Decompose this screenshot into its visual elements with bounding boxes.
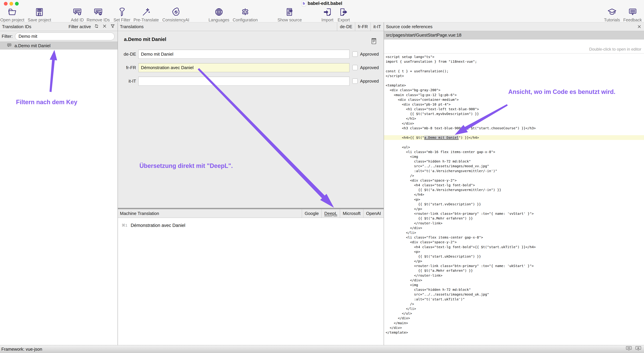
code-line: </script>: [384, 74, 644, 78]
translation-row-de: de-DE Approved: [118, 50, 384, 59]
provider-tabs: GoogleDeepLMicrosoftOpenAI: [302, 209, 384, 218]
code-line: <img: [384, 154, 644, 159]
translation-input-it[interactable]: [138, 77, 350, 86]
code-line: </p>: [384, 206, 644, 211]
machine-translation-content: ⌘1 Démonstration avec Daniel: [118, 218, 384, 345]
refresh-icon[interactable]: [94, 24, 99, 30]
toolbar-save-project[interactable]: Save project: [18, 7, 61, 23]
toolbar-show-source[interactable]: Show source: [268, 7, 312, 23]
code-line: :alt="t('a.Versicherungsvermittler/-in')…: [384, 169, 644, 173]
code-line: {{ $t("a.Versicherungsvermittler/-in") }…: [384, 187, 644, 192]
code-line: </div>: [384, 226, 644, 230]
code-line: src="../../assets/images/mood_vv.jpg": [384, 164, 644, 168]
lang-label-it: it-IT: [118, 77, 136, 86]
document-eye-icon: [285, 7, 294, 17]
suggestion-text: Démonstration avec Daniel: [131, 222, 185, 229]
tab-it-it[interactable]: it-IT: [370, 23, 384, 31]
code-line: </div>: [384, 278, 644, 282]
annotation-filter-note: Filtern nach dem Key: [16, 99, 77, 106]
code-line: />: [384, 301, 644, 306]
code-line: </h4>: [384, 192, 644, 197]
code-line: <h4>{{ $t("a.Demo mit Daniel") }}</h4>: [384, 135, 644, 140]
tab-deepl[interactable]: DeepL: [322, 209, 340, 218]
comment-bubble-icon: [6, 43, 12, 49]
code-line: </h1>: [384, 116, 644, 121]
code-line: {{ $t("start.vvDescription") }}: [384, 202, 644, 206]
translations-header: Translations de-DEfr-FRit-IT: [118, 23, 384, 31]
clear-filter-icon[interactable]: [102, 24, 107, 30]
close-panel-icon[interactable]: [637, 24, 644, 29]
gear-icon: [240, 7, 250, 17]
filter-row: Filter:: [0, 31, 118, 42]
globe-icon: [214, 7, 224, 17]
code-line: </div>: [384, 316, 644, 320]
machine-translation-splitter[interactable]: [118, 208, 384, 209]
code-line: <p>: [384, 249, 644, 254]
code-line: [384, 140, 644, 145]
translation-ids-header: Translation IDs Filter active: [0, 23, 118, 31]
code-line: <p>: [384, 197, 644, 202]
toolbar-export[interactable]: Export: [322, 7, 366, 23]
entry-title: a.Demo mit Daniel: [124, 37, 166, 42]
code-line: <h4 class="text-lg font-bold">: [384, 183, 644, 187]
code-line: <template>: [384, 83, 644, 88]
tab-de-de[interactable]: de-DE: [337, 23, 355, 31]
code-line: <h1 class="text-left text-blue-900">: [384, 107, 644, 111]
code-line: {{ $t("a.Mehr erfahren") }}: [384, 268, 644, 273]
code-line: {{ $t("a.Mehr erfahren") }}: [384, 216, 644, 221]
code-line: <div class="container-medium">: [384, 97, 644, 102]
code-line: [384, 78, 644, 83]
code-line: />: [384, 173, 644, 178]
code-line: <div class="pb-10 pt-4">: [384, 102, 644, 107]
comment-note-icon[interactable]: [371, 38, 376, 45]
translation-memory-bubble-icon[interactable]: [626, 345, 632, 353]
code-line: <li class="flex items-center gap-x-8">: [384, 235, 644, 240]
tab-google[interactable]: Google: [302, 209, 322, 218]
approved-checkbox-de[interactable]: [352, 52, 358, 57]
machine-translation-suggestion[interactable]: ⌘1 Démonstration avec Daniel: [118, 222, 384, 229]
translation-row-fr: fr-FR Approved: [118, 63, 384, 72]
approved-label-it: Approved: [360, 77, 379, 86]
approved-label-de: Approved: [360, 50, 379, 59]
tab-microsoft[interactable]: Microsoft: [340, 209, 363, 218]
toolbar-configuration[interactable]: Configuration: [223, 7, 267, 23]
translation-ids-title: Translation IDs: [2, 24, 31, 29]
approved-label-fr: Approved: [360, 63, 379, 72]
lang-label-fr: fr-FR: [118, 63, 136, 72]
filter-input[interactable]: [15, 33, 114, 40]
filter-funnel-icon[interactable]: [110, 24, 115, 30]
code-line: <router-link class="btn-primary" :to="{ …: [384, 263, 644, 268]
code-line: class="hidden h-72 md:block": [384, 287, 644, 292]
lang-label-de: de-DE: [118, 50, 136, 59]
status-bar: Framework: vue-json: [0, 345, 644, 353]
export-icon: [339, 7, 348, 17]
translation-input-fr[interactable]: [138, 63, 350, 72]
code-line: <div class="space-y-2">: [384, 240, 644, 244]
code-line: </ul>: [384, 311, 644, 316]
editor-hint: Double-click to open in editor: [384, 40, 644, 54]
approved-checkbox-fr[interactable]: [352, 65, 358, 70]
code-line: <li class="mb-16 flex items-center gap-x…: [384, 150, 644, 154]
source-code-panel: Source code references src/pages/start/G…: [384, 23, 644, 345]
highlighted-translation-key: a.Demo mit Daniel: [424, 136, 459, 140]
open-project-icon: [8, 7, 17, 17]
translation-input-de[interactable]: [138, 50, 350, 59]
annotation-deepl-note: Übersetzung direkt mit "DeepL".: [140, 162, 233, 169]
approved-checkbox-it[interactable]: [352, 78, 358, 84]
tab-openai[interactable]: OpenAI: [363, 209, 384, 218]
magic-wand-icon: [141, 7, 151, 17]
code-line: </main>: [384, 321, 644, 325]
toolbar-consistency-ai[interactable]: ConsistencyAI: [154, 7, 198, 23]
toolbar-feedback[interactable]: Feedback: [611, 7, 644, 23]
rate-star-bubble-icon[interactable]: [635, 345, 642, 353]
code-line: </router-link>: [384, 273, 644, 278]
save-project-icon: [34, 7, 44, 17]
code-line: [384, 64, 644, 69]
code-line: :alt="t('start.ukTitle')": [384, 297, 644, 301]
source-reference-item[interactable]: src/pages/start/GuestStartPage.vue:18: [384, 31, 644, 40]
tab-fr-fr[interactable]: fr-FR: [355, 23, 370, 31]
code-listing[interactable]: <script setup lang="ts">import { useTran…: [384, 54, 644, 335]
brain-check-icon: [171, 7, 181, 17]
translations-title: Translations: [120, 24, 144, 29]
translation-id-list-item[interactable]: a.Demo mit Daniel: [0, 42, 118, 50]
